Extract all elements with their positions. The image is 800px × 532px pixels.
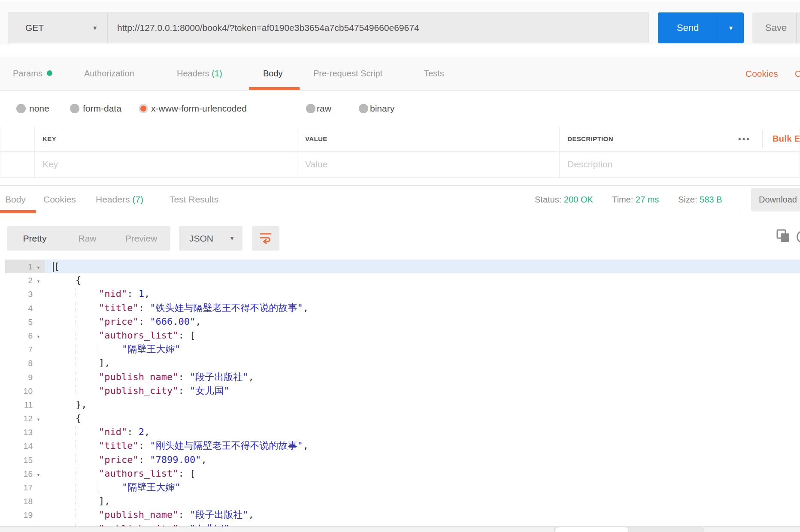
code-line-content: "price": "666.00", — [45, 315, 800, 329]
line-number: 1 — [5, 260, 33, 274]
more-options-icon[interactable]: ••• — [738, 127, 751, 151]
key-input[interactable]: Key — [35, 152, 297, 177]
indent-guide — [99, 482, 122, 493]
json-token: "隔壁王大婶" — [122, 344, 181, 354]
response-tab-headers[interactable]: Headers (7) — [96, 186, 143, 213]
fold-arrow-icon[interactable]: ▾ — [33, 329, 44, 343]
json-token: "publish_name" — [99, 509, 178, 520]
view-mode-preview[interactable]: Preview — [112, 226, 170, 251]
value-column-header: VALUE — [297, 127, 559, 151]
code-line-content: "publish_name": "段子出版社", — [45, 508, 800, 522]
line-gutter: 19 — [5, 508, 45, 522]
radio-selected-icon[interactable] — [139, 104, 148, 113]
code-link[interactable]: Code — [795, 57, 800, 91]
params-active-dot-icon — [47, 70, 52, 76]
json-token: , — [201, 454, 206, 465]
json-token: 2 — [139, 426, 144, 437]
bulk-edit-link[interactable]: Bulk Edit — [773, 127, 800, 151]
method-select[interactable]: GET ▼ — [8, 13, 108, 43]
line-number: 8 — [5, 357, 33, 370]
cookies-link[interactable]: Cookies — [745, 57, 778, 91]
code-line: 11 }, — [0, 398, 800, 411]
json-token: "publish_name" — [99, 372, 178, 382]
tab-params-label: Params — [13, 69, 42, 78]
response-tab-test-results[interactable]: Test Results — [170, 186, 218, 213]
code-line: 17 "隔壁王大婶" — [0, 481, 800, 494]
download-button[interactable]: Download — [751, 188, 800, 212]
radio-icon[interactable] — [70, 104, 79, 113]
json-token: "publish_city" — [99, 385, 178, 396]
time-meta: Time: 27 ms — [612, 186, 659, 213]
value-input[interactable]: Value — [297, 152, 559, 177]
indent-guide — [76, 523, 99, 526]
code-line: 10 "publish_city": "女儿国" — [0, 384, 800, 398]
send-button[interactable]: Send ▼ — [658, 12, 744, 43]
format-select[interactable]: JSON ▼ — [179, 226, 242, 251]
line-gutter: 1▾ — [5, 260, 45, 273]
indent-guide — [76, 454, 99, 465]
line-gutter: 3 — [5, 287, 45, 301]
json-token: "nid" — [99, 288, 127, 299]
code-lines: 1▾[2▾ {3 "nid": 1,4 "title": "铁头娃与隔壁老王不得… — [0, 260, 800, 526]
response-tab-body[interactable]: Body — [5, 186, 26, 213]
line-number: 11 — [5, 398, 33, 412]
fold-arrow-icon[interactable]: ▾ — [33, 260, 44, 274]
code-line-content: "publish_name": "段子出版社", — [45, 370, 800, 384]
code-line-content: ], — [45, 356, 800, 370]
json-token: "段子出版社" — [190, 372, 248, 382]
json-token: : — [178, 523, 190, 526]
tab-tests[interactable]: Tests — [424, 57, 444, 91]
json-token: "price" — [99, 454, 139, 465]
tab-headers[interactable]: Headers (1) — [177, 57, 222, 91]
tab-pre-request-script[interactable]: Pre-request Script — [313, 57, 382, 91]
fold-arrow-icon[interactable]: ▾ — [33, 274, 44, 288]
search-icon[interactable] — [797, 230, 800, 243]
line-number: 12 — [5, 412, 33, 426]
tab-authorization[interactable]: Authorization — [84, 57, 134, 91]
send-dropdown-caret[interactable]: ▼ — [718, 12, 744, 43]
line-number: 16 — [5, 467, 33, 481]
fold-arrow-icon[interactable]: ▾ — [33, 468, 44, 481]
json-token: "隔壁王大婶" — [122, 482, 181, 493]
line-number: 13 — [5, 426, 33, 439]
copy-icon — [776, 229, 791, 243]
json-token: "publish_city" — [99, 523, 178, 526]
description-input[interactable]: Description — [560, 152, 800, 177]
body-mode-radios: none form-data x-www-form-urlencoded raw… — [0, 91, 800, 126]
request-bar: GET ▼ http://127.0.0.1:8000/book4/?token… — [0, 3, 800, 45]
code-line-content: [ — [45, 260, 800, 273]
save-button[interactable]: Save — [752, 12, 800, 43]
send-button-label[interactable]: Send — [658, 12, 718, 43]
code-line: 5 "price": "666.00", — [0, 315, 800, 329]
radio-icon[interactable] — [306, 104, 315, 113]
response-body-editor[interactable]: 1▾[2▾ {3 "nid": 1,4 "title": "铁头娃与隔壁老王不得… — [0, 260, 800, 526]
wrap-text-button[interactable] — [252, 226, 279, 251]
code-line: 1▾[ — [0, 260, 800, 273]
bottom-toast-primary[interactable] — [555, 527, 629, 532]
response-tab-cookies[interactable]: Cookies — [43, 186, 76, 213]
json-token: : — [139, 440, 150, 451]
radio-icon[interactable] — [16, 104, 26, 113]
json-token: "nid" — [99, 426, 127, 437]
line-number: 14 — [5, 439, 33, 453]
view-mode-raw[interactable]: Raw — [63, 226, 112, 251]
response-headers-count: (7) — [132, 194, 143, 204]
json-token: { — [76, 275, 81, 285]
view-mode-pretty[interactable]: Pretty — [7, 226, 63, 251]
code-line-content: "authors_list": [ — [45, 467, 800, 481]
code-line-content: "title": "铁头娃与隔壁老王不得不说的故事", — [45, 301, 800, 315]
radio-raw-label: raw — [317, 91, 331, 126]
line-gutter: 4 — [5, 301, 45, 315]
tab-params[interactable]: Params — [13, 57, 52, 91]
urlencoded-table: KEY VALUE DESCRIPTION ••• Bulk Edit Key … — [0, 127, 800, 178]
fold-arrow-icon[interactable]: ▾ — [33, 412, 44, 426]
radio-icon[interactable] — [359, 104, 368, 113]
row-handle-cell — [0, 152, 34, 177]
url-input[interactable]: http://127.0.0.1:8000/book4/?token=af019… — [108, 13, 648, 43]
line-gutter: 7 — [5, 342, 45, 356]
code-line: 13 "nid": 2, — [0, 425, 800, 439]
line-gutter: 16▾ — [5, 467, 45, 481]
copy-button[interactable] — [776, 229, 791, 244]
tab-body[interactable]: Body — [263, 57, 283, 91]
header-divider — [762, 130, 763, 148]
